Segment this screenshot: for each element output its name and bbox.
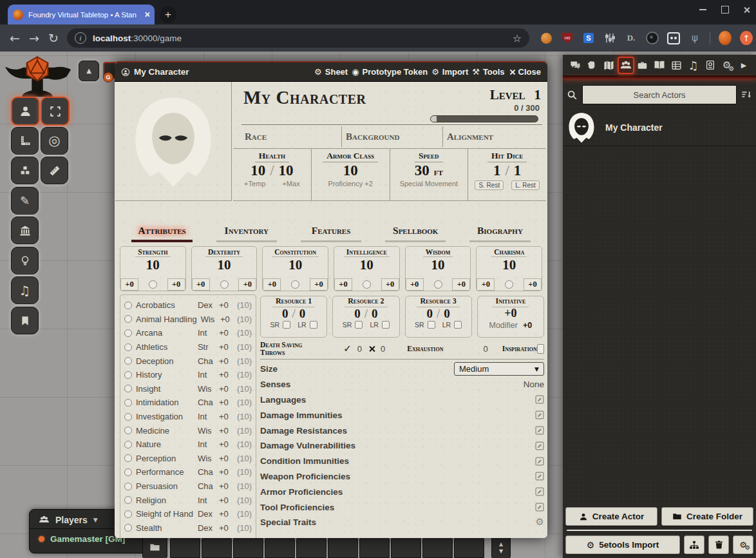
resource-box[interactable]: Resource 30/0SRLR (405, 296, 472, 338)
browser-tab[interactable]: Foundry Virtual Tabletop • A Stan (8, 5, 155, 24)
ability-save-mod[interactable]: +0 (334, 278, 352, 291)
resource-name[interactable]: Resource 3 (417, 296, 459, 307)
resource-box[interactable]: Resource 10/0SRLR (260, 296, 327, 338)
skill-proficiency-radio[interactable] (124, 371, 132, 379)
lighting-controls-button[interactable] (11, 247, 39, 274)
window-titlebar[interactable]: My Character ⚙Sheet ◉Prototype Token ⚙Im… (115, 63, 547, 82)
macro-slot[interactable] (328, 537, 358, 558)
skill-proficiency-radio[interactable] (124, 454, 132, 462)
resource-max[interactable]: 0 (299, 307, 306, 321)
ability-score[interactable]: 10 (360, 257, 373, 273)
reload-button[interactable]: ↻ (44, 31, 63, 45)
ability-check-mod[interactable]: +0 (167, 278, 185, 291)
ability-proficiency-radio[interactable] (505, 280, 513, 289)
ability-save-mod[interactable]: +0 (120, 278, 138, 291)
skill-row[interactable]: History Int +0 (10) (124, 368, 252, 382)
skill-row[interactable]: Intimidation Cha +0 (10) (124, 396, 252, 410)
short-rest-button[interactable]: S. Rest (475, 180, 504, 190)
death-failure-icon[interactable] (368, 345, 375, 352)
tab-spellbook[interactable]: Spellbook (373, 224, 458, 244)
macro-slot[interactable] (391, 537, 421, 558)
prototype-token-button[interactable]: ◉Prototype Token (352, 67, 428, 77)
gear-icon[interactable]: ⚙ (536, 517, 544, 527)
skill-row[interactable]: Acrobatics Dex +0 (10) (124, 298, 252, 313)
edit-icon[interactable] (535, 395, 544, 404)
macro-slot[interactable] (422, 537, 453, 558)
macro-slot[interactable] (359, 537, 390, 558)
profile-avatar[interactable] (719, 32, 732, 44)
sr-checkbox[interactable] (428, 321, 435, 329)
window-maximize-button[interactable] (719, 4, 731, 15)
tile-controls-button[interactable] (11, 157, 39, 184)
combat-tab[interactable] (583, 57, 600, 74)
nav-collapse-button[interactable]: ▲ (79, 61, 99, 81)
skill-row[interactable]: Performance Cha +0 (10) (124, 465, 252, 479)
hp-temp-label[interactable]: +Temp (244, 180, 265, 188)
scenes-tab[interactable] (600, 57, 617, 74)
ability-proficiency-radio[interactable] (363, 280, 371, 289)
resource-max[interactable]: 0 (444, 307, 450, 321)
measure-templates-button[interactable] (11, 127, 39, 155)
resource-value[interactable]: 0 (354, 307, 361, 321)
skill-row[interactable]: Deception Cha +0 (10) (124, 354, 252, 368)
death-success-icon[interactable]: ✓ (343, 343, 352, 354)
hp-current[interactable]: 10 (250, 162, 265, 179)
exhaustion-value[interactable]: 0 (483, 344, 487, 354)
long-rest-button[interactable]: L. Rest (511, 180, 540, 190)
edit-icon[interactable] (535, 410, 544, 419)
skill-row[interactable]: Medicine Wis +0 (10) (124, 423, 252, 438)
skill-proficiency-radio[interactable] (124, 524, 132, 532)
lr-checkbox[interactable] (310, 321, 317, 329)
character-name[interactable]: My Character (243, 87, 366, 108)
edit-icon[interactable] (535, 441, 544, 450)
create-actor-button[interactable]: Create Actor (565, 507, 657, 526)
initiative-mod[interactable]: +0 (523, 321, 532, 330)
ability-check-mod[interactable]: +0 (381, 278, 399, 291)
ability-check-mod[interactable]: +0 (310, 278, 328, 291)
search-actors-input[interactable] (582, 85, 737, 104)
hd-current[interactable]: 1 (493, 162, 501, 179)
rollable-tables-tab[interactable] (668, 57, 685, 74)
items-tab[interactable] (634, 57, 651, 74)
ability-check-mod[interactable]: +0 (238, 278, 256, 291)
resource-name[interactable]: Resource 1 (272, 296, 315, 307)
sort-icon[interactable] (741, 90, 752, 101)
tab-inventory[interactable]: Inventory (204, 224, 288, 244)
resource-name[interactable]: Resource 2 (345, 296, 387, 307)
close-window-button[interactable]: Close (509, 67, 541, 77)
create-folder-button[interactable]: Create Folder (661, 507, 753, 526)
browser-update-icon[interactable]: ↑ (740, 32, 753, 44)
ability-box[interactable]: Wisdom 10 +0 +0 (405, 246, 471, 291)
hp-tempmax-label[interactable]: +Max (282, 180, 299, 188)
sheet-config-button[interactable]: ⚙Sheet (314, 67, 348, 77)
size-select[interactable]: Medium ▼ (454, 362, 544, 376)
edit-icon[interactable] (535, 472, 544, 481)
measure-distance-button[interactable] (41, 157, 68, 184)
window-minimize-button[interactable] (697, 4, 708, 15)
target-tokens-button[interactable]: ◎ (41, 127, 68, 155)
folder-tree-button[interactable] (684, 535, 704, 554)
skill-proficiency-radio[interactable] (124, 385, 132, 392)
skill-proficiency-radio[interactable] (124, 468, 132, 476)
macro-slot[interactable] (202, 537, 232, 558)
macro-slot[interactable] (296, 537, 326, 558)
cookie-extension-icon[interactable] (540, 32, 553, 44)
chat-tab[interactable] (567, 57, 583, 74)
ability-score[interactable]: 10 (146, 257, 160, 273)
macro-slot[interactable] (233, 537, 263, 558)
journal-tab[interactable] (651, 57, 668, 74)
ability-save-mod[interactable]: +0 (192, 278, 210, 291)
ability-box[interactable]: Intelligence 10 +0 +0 (334, 246, 400, 291)
race-field[interactable]: Race (241, 126, 342, 147)
tab-close-icon[interactable] (144, 12, 149, 17)
death-failure-count[interactable]: 0 (381, 344, 385, 354)
ability-score[interactable]: 10 (218, 257, 231, 273)
skill-proficiency-radio[interactable] (124, 329, 132, 337)
lens-extension-icon[interactable] (646, 32, 659, 44)
new-tab-button[interactable]: + (160, 6, 176, 23)
skill-row[interactable]: Persuasion Cha +0 (10) (124, 479, 252, 494)
ability-save-mod[interactable]: +0 (406, 278, 424, 291)
drawing-tools-button[interactable]: ✎ (11, 187, 39, 215)
speed-value[interactable]: 30 (415, 162, 430, 179)
edit-icon[interactable] (535, 426, 544, 435)
